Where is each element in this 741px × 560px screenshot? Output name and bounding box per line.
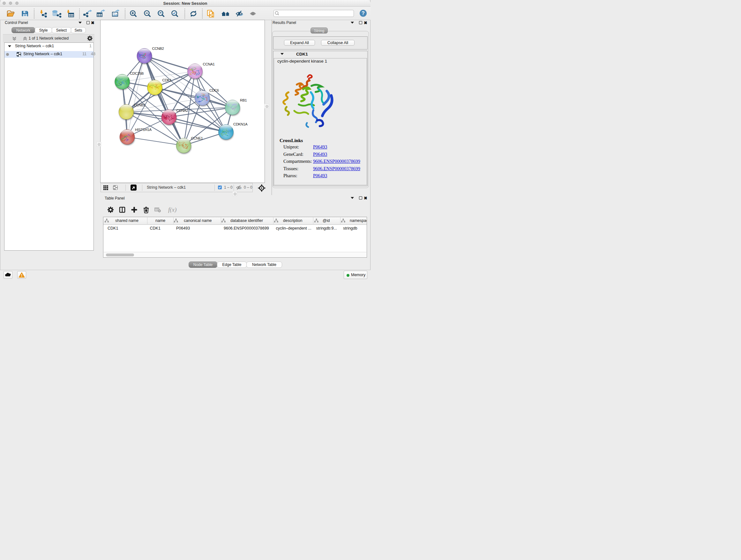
svg-text:?: ? bbox=[361, 10, 365, 16]
svg-text:HIST1H1A: HIST1H1A bbox=[135, 128, 151, 132]
svg-text:f(x): f(x) bbox=[168, 206, 177, 213]
svg-text:CCNA1: CCNA1 bbox=[203, 62, 215, 66]
svg-text:CCNE1: CCNE1 bbox=[191, 136, 203, 140]
svg-text:RB1: RB1 bbox=[240, 98, 247, 102]
svg-text:CDC25B: CDC25B bbox=[130, 71, 144, 75]
svg-text:CCNA2: CCNA2 bbox=[177, 109, 188, 112]
svg-text:CDC6: CDC6 bbox=[209, 88, 219, 92]
svg-text:CDK1: CDK1 bbox=[162, 78, 172, 82]
svg-text:CCNB1: CCNB1 bbox=[134, 103, 145, 107]
svg-text:CCNB2: CCNB2 bbox=[152, 47, 164, 51]
svg-text:CDKN1A: CDKN1A bbox=[233, 122, 248, 126]
